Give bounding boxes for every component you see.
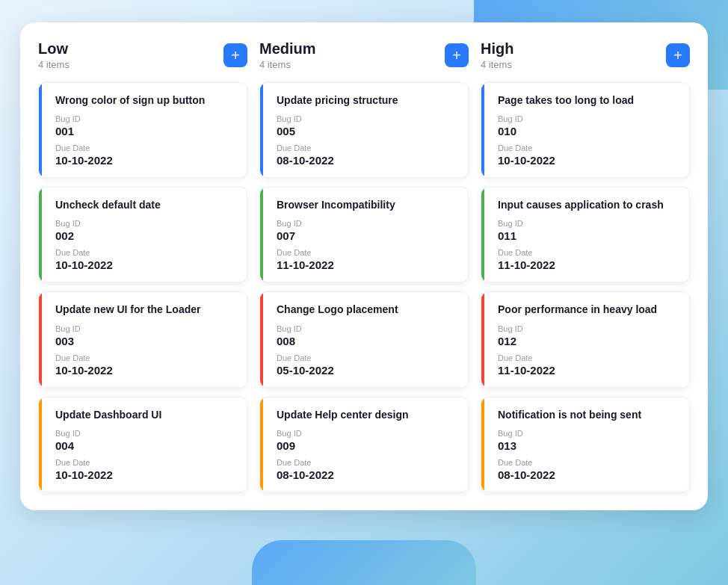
due-date-label-high-1: Due Date: [498, 248, 679, 257]
column-title-group-high: High4 items: [481, 40, 513, 70]
column-title-high: High: [481, 40, 513, 58]
bug-id-value-medium-3: 009: [277, 439, 457, 452]
bug-id-value-high-3: 013: [498, 439, 679, 452]
due-date-value-low-3: 10-10-2022: [55, 468, 236, 481]
card-content-low-1: Uncheck default dateBug ID002Due Date10-…: [49, 198, 236, 271]
due-date-label-medium-0: Due Date: [277, 143, 457, 152]
column-count-high: 4 items: [481, 59, 513, 70]
add-card-button-low[interactable]: +: [223, 43, 247, 67]
add-card-button-high[interactable]: +: [666, 43, 690, 67]
due-date-value-high-1: 11-10-2022: [498, 259, 679, 271]
column-title-medium: Medium: [259, 40, 316, 58]
due-date-value-medium-1: 11-10-2022: [277, 259, 457, 271]
bug-id-value-low-0: 001: [55, 125, 236, 137]
due-date-label-low-2: Due Date: [55, 353, 236, 362]
due-date-value-low-2: 10-10-2022: [55, 364, 236, 377]
due-date-label-low-3: Due Date: [55, 458, 236, 467]
card-accent-high-2: [481, 292, 484, 386]
card-content-low-0: Wrong color of sign up buttonBug ID001Du…: [49, 93, 236, 167]
card-high-1[interactable]: Input causes application to crashBug ID0…: [481, 187, 690, 282]
card-content-high-2: Poor performance in heavy loadBug ID012D…: [492, 303, 679, 376]
card-accent-high-3: [481, 397, 484, 492]
add-card-button-medium[interactable]: +: [445, 43, 469, 67]
card-title-high-3: Notification is not being sent: [498, 408, 679, 421]
card-content-low-2: Update new UI for the LoaderBug ID003Due…: [49, 303, 236, 376]
column-high: High4 items+Page takes too long to loadB…: [481, 40, 690, 492]
card-content-high-0: Page takes too long to loadBug ID010Due …: [492, 93, 679, 167]
bug-id-value-high-2: 012: [498, 335, 679, 347]
card-accent-medium-0: [260, 83, 263, 177]
due-date-label-medium-2: Due Date: [277, 353, 457, 362]
column-title-low: Low: [38, 40, 70, 58]
card-title-high-0: Page takes too long to load: [498, 93, 679, 107]
bug-id-value-medium-1: 007: [277, 229, 457, 242]
column-count-medium: 4 items: [259, 59, 316, 70]
bug-id-label-medium-2: Bug ID: [277, 324, 457, 333]
card-medium-3[interactable]: Update Help center designBug ID009Due Da…: [259, 397, 469, 492]
card-accent-low-3: [39, 397, 42, 492]
due-date-value-low-1: 10-10-2022: [55, 259, 236, 271]
column-count-low: 4 items: [38, 59, 70, 70]
bug-id-value-low-3: 004: [55, 439, 236, 452]
card-accent-medium-1: [260, 188, 263, 282]
card-medium-0[interactable]: Update pricing structureBug ID005Due Dat…: [259, 82, 469, 178]
due-date-value-medium-0: 08-10-2022: [277, 154, 457, 167]
card-low-3[interactable]: Update Dashboard UIBug ID004Due Date10-1…: [38, 397, 247, 492]
bug-id-label-high-2: Bug ID: [498, 324, 679, 333]
card-title-high-2: Poor performance in heavy load: [498, 303, 679, 316]
column-medium: Medium4 items+Update pricing structureBu…: [259, 40, 469, 492]
column-low: Low4 items+Wrong color of sign up button…: [38, 40, 247, 492]
due-date-value-high-2: 11-10-2022: [498, 364, 679, 377]
due-date-label-high-0: Due Date: [498, 143, 679, 152]
card-high-0[interactable]: Page takes too long to loadBug ID010Due …: [481, 82, 690, 178]
bug-id-label-medium-1: Bug ID: [277, 219, 457, 228]
bug-id-value-high-1: 011: [498, 229, 679, 242]
card-title-medium-3: Update Help center design: [277, 408, 457, 421]
card-low-1[interactable]: Uncheck default dateBug ID002Due Date10-…: [38, 187, 247, 282]
due-date-label-low-0: Due Date: [55, 143, 236, 152]
due-date-value-medium-3: 08-10-2022: [277, 468, 457, 481]
card-medium-2[interactable]: Change Logo placementBug ID008Due Date05…: [259, 291, 469, 387]
card-low-2[interactable]: Update new UI for the LoaderBug ID003Due…: [38, 291, 247, 387]
due-date-value-medium-2: 05-10-2022: [277, 364, 457, 377]
bug-id-value-high-0: 010: [498, 125, 679, 137]
bug-id-label-low-3: Bug ID: [55, 429, 236, 438]
card-low-0[interactable]: Wrong color of sign up buttonBug ID001Du…: [38, 82, 247, 178]
card-title-high-1: Input causes application to crash: [498, 198, 679, 211]
bug-id-label-low-1: Bug ID: [55, 219, 236, 228]
card-content-medium-0: Update pricing structureBug ID005Due Dat…: [271, 93, 457, 167]
card-accent-low-1: [39, 188, 42, 282]
card-content-medium-1: Browser IncompatibilityBug ID007Due Date…: [271, 198, 457, 271]
card-content-high-1: Input causes application to crashBug ID0…: [492, 198, 679, 271]
bug-id-label-medium-0: Bug ID: [277, 114, 457, 123]
card-accent-medium-3: [260, 397, 263, 492]
card-content-medium-2: Change Logo placementBug ID008Due Date05…: [271, 303, 457, 376]
due-date-label-low-1: Due Date: [55, 248, 236, 257]
card-accent-high-0: [481, 83, 484, 177]
bug-id-label-low-2: Bug ID: [55, 324, 236, 333]
card-title-medium-1: Browser Incompatibility: [277, 198, 457, 211]
card-title-low-2: Update new UI for the Loader: [55, 303, 236, 316]
column-header-medium: Medium4 items+: [259, 40, 469, 70]
column-title-group-low: Low4 items: [38, 40, 70, 70]
card-content-high-3: Notification is not being sentBug ID013D…: [492, 408, 679, 481]
card-title-medium-0: Update pricing structure: [277, 93, 457, 107]
card-medium-1[interactable]: Browser IncompatibilityBug ID007Due Date…: [259, 187, 469, 282]
due-date-label-medium-3: Due Date: [277, 458, 457, 467]
due-date-value-low-0: 10-10-2022: [55, 154, 236, 167]
bug-id-value-low-2: 003: [55, 335, 236, 347]
column-header-low: Low4 items+: [38, 40, 247, 70]
due-date-label-high-2: Due Date: [498, 353, 679, 362]
bug-id-label-high-1: Bug ID: [498, 219, 679, 228]
column-header-high: High4 items+: [481, 40, 690, 70]
card-content-medium-3: Update Help center designBug ID009Due Da…: [271, 408, 457, 481]
card-high-3[interactable]: Notification is not being sentBug ID013D…: [481, 397, 690, 492]
card-title-low-0: Wrong color of sign up button: [55, 93, 236, 107]
bug-id-label-high-3: Bug ID: [498, 429, 679, 438]
bug-id-label-medium-3: Bug ID: [277, 429, 457, 438]
kanban-board: Low4 items+Wrong color of sign up button…: [20, 22, 708, 510]
due-date-label-medium-1: Due Date: [277, 248, 457, 257]
card-high-2[interactable]: Poor performance in heavy loadBug ID012D…: [481, 291, 690, 387]
card-accent-low-0: [39, 83, 42, 177]
bug-id-value-low-1: 002: [55, 229, 236, 242]
